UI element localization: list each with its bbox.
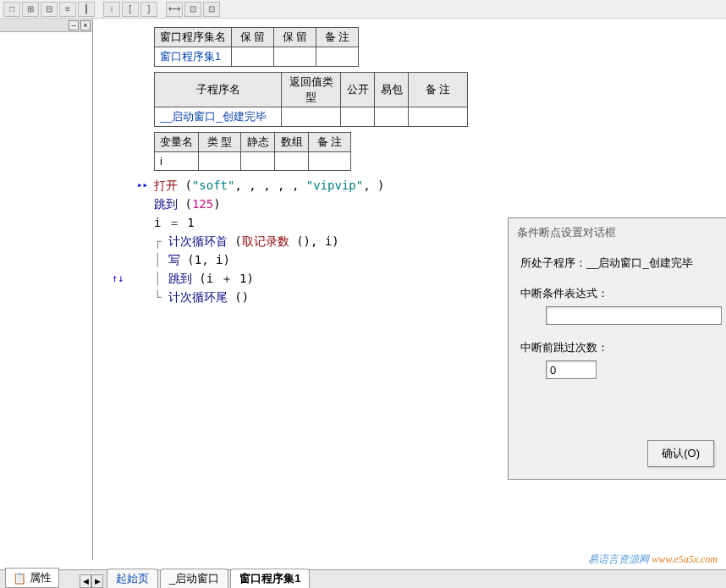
toolbar-btn-9[interactable]: ⟷: [166, 2, 183, 17]
panel-close-icon[interactable]: ×: [80, 20, 91, 30]
function: 跳到: [168, 272, 192, 285]
dialog-title: 条件断点设置对话框: [509, 218, 726, 247]
breakpoint-dialog: 条件断点设置对话框 所处子程序：__启动窗口_创建完毕 中断条件表达式： 中断前…: [508, 217, 726, 480]
th: 数组: [275, 133, 309, 152]
tab-start-page[interactable]: 起始页: [107, 569, 158, 588]
string: "vipvip": [306, 179, 363, 192]
cell-link[interactable]: 窗口程序集1: [155, 47, 232, 67]
left-panel: – ×: [0, 19, 93, 560]
keyword: 取记录数: [242, 234, 289, 248]
toolbar-btn-2[interactable]: ⊞: [22, 2, 39, 17]
bottom-tab-bar: 📋 属性 ◀ ▶ 起始页 _启动窗口 窗口程序集1: [0, 569, 726, 588]
properties-icon: 📋: [13, 572, 26, 585]
th: 保 留: [274, 28, 316, 47]
th: 子程序名: [155, 73, 282, 107]
toolbar-btn-1[interactable]: □: [3, 2, 20, 17]
th: 易包: [375, 73, 409, 107]
th: 公开: [341, 73, 375, 107]
toolbar-btn-3[interactable]: ⊟: [41, 2, 58, 17]
tab-start-window[interactable]: _启动窗口: [160, 569, 228, 588]
toolbar-btn-5[interactable]: ┃: [78, 2, 95, 17]
toolbar-btn-6[interactable]: ↕: [103, 2, 120, 17]
cell-link[interactable]: __启动窗口_创建完毕: [155, 107, 282, 127]
marker-icon: ▸▸: [137, 176, 148, 195]
dialog-expr-label: 中断条件表达式：: [520, 286, 714, 301]
toolbar-btn-4[interactable]: ≡: [59, 2, 76, 17]
top-toolbar: □ ⊞ ⊟ ≡ ┃ ↕ [ ] ⟷ ⊡ ⊡: [0, 0, 726, 19]
panel-minimize-icon[interactable]: –: [69, 20, 79, 30]
watermark: 易语言资源网 www.e5a5x.com: [588, 552, 718, 567]
th: 保 留: [232, 28, 274, 47]
keyword: 打开: [154, 179, 178, 192]
table-window-set[interactable]: 窗口程序集名保 留保 留备 注 窗口程序集1: [154, 27, 359, 67]
th: 返回值类型: [282, 73, 341, 107]
th: 类 型: [199, 133, 241, 152]
skip-count-input[interactable]: [546, 360, 597, 379]
table-variables[interactable]: 变量名类 型静态数组备 注 i: [154, 132, 351, 171]
th: 变量名: [155, 133, 199, 152]
string: "soft": [192, 179, 235, 192]
assignment: i ＝ 1: [154, 216, 195, 229]
number: 125: [192, 197, 213, 211]
scroll-right-icon[interactable]: ▶: [91, 574, 103, 588]
th: 备 注: [309, 133, 351, 152]
th: 窗口程序集名: [155, 28, 232, 47]
th: 备 注: [409, 73, 468, 107]
scroll-left-icon[interactable]: ◀: [80, 574, 91, 588]
table-subroutine[interactable]: 子程序名返回值类型公开易包备 注 __启动窗口_创建完毕: [154, 72, 468, 127]
loop-arrows-icon: ↑↓: [112, 269, 124, 288]
dialog-sub-label: 所处子程序：__启动窗口_创建完毕: [520, 256, 714, 271]
tab-window-set-1[interactable]: 窗口程序集1: [230, 569, 310, 588]
toolbar-btn-7[interactable]: [: [122, 2, 139, 17]
th: 备 注: [316, 28, 359, 47]
cell[interactable]: i: [155, 152, 199, 171]
th: 静态: [241, 133, 275, 152]
toolbar-btn-8[interactable]: ]: [140, 2, 157, 17]
properties-tab[interactable]: 📋 属性: [5, 568, 59, 588]
ok-button[interactable]: 确认(O): [647, 440, 714, 467]
function: 写: [168, 253, 180, 267]
function: 跳到: [154, 197, 178, 211]
toolbar-btn-11[interactable]: ⊡: [203, 2, 220, 17]
function: 计次循环尾: [168, 290, 228, 304]
toolbar-btn-10[interactable]: ⊡: [184, 2, 201, 17]
dialog-skip-label: 中断前跳过次数：: [520, 340, 714, 355]
function: 计次循环首: [168, 234, 228, 248]
expression-input[interactable]: [546, 306, 722, 325]
panel-header: – ×: [0, 19, 92, 32]
